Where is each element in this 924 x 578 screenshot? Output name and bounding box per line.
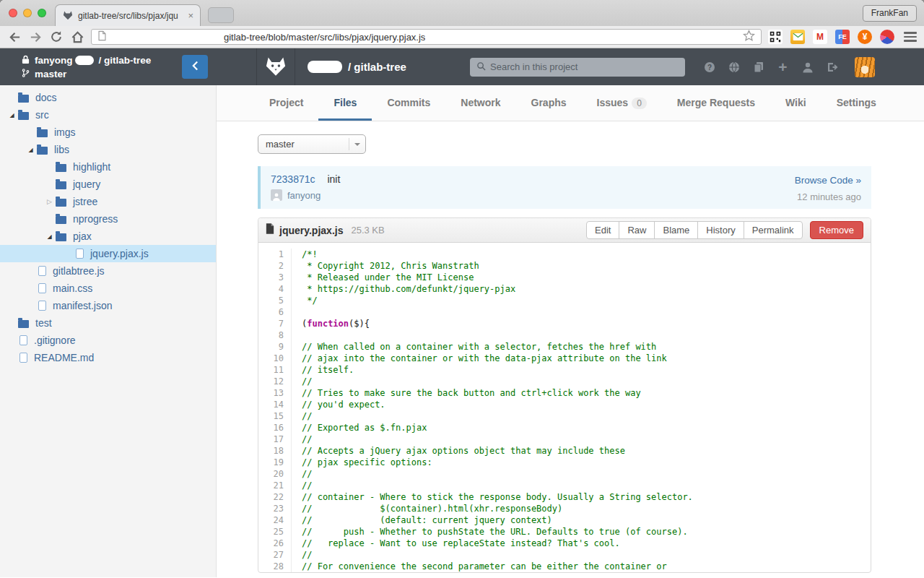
tab-wiki[interactable]: Wiki — [770, 85, 821, 121]
help-icon[interactable]: ? — [703, 61, 715, 73]
line-number[interactable]: 11 — [258, 364, 292, 376]
line-number[interactable]: 1 — [258, 249, 292, 260]
raw-button[interactable]: Raw — [619, 221, 655, 239]
mail-icon[interactable] — [790, 30, 805, 44]
profile-icon[interactable] — [801, 61, 814, 73]
branch-selector[interactable]: master — [258, 134, 366, 154]
gmail-icon[interactable]: M — [813, 30, 827, 44]
back-icon[interactable] — [7, 30, 22, 44]
tree-toggle-icon[interactable]: ◢ — [43, 233, 56, 240]
window-minimize-button[interactable] — [23, 9, 32, 17]
line-number[interactable]: 23 — [258, 503, 292, 514]
tree-item-jstree[interactable]: ▷jstree — [0, 193, 216, 210]
url-bar[interactable]: gitlab-tree/blob/master/src/libs/pjax/jq… — [91, 29, 762, 45]
tree-toggle-icon[interactable]: ◢ — [6, 112, 18, 118]
tab-close-icon[interactable]: × — [188, 10, 193, 21]
edit-button[interactable]: Edit — [586, 221, 619, 239]
tree-item-nprogress[interactable]: nprogress — [0, 210, 216, 228]
bookmark-star-icon[interactable] — [743, 30, 755, 44]
project-search[interactable] — [470, 58, 685, 77]
line-number[interactable]: 13 — [258, 387, 292, 399]
tree-item-manifest-json[interactable]: manifest.json — [0, 297, 216, 314]
tree-item-readme-md[interactable]: README.md — [0, 349, 216, 366]
home-icon[interactable] — [70, 30, 84, 44]
line-number[interactable]: 2 — [258, 260, 292, 272]
line-number[interactable]: 28 — [258, 561, 292, 572]
hui-icon[interactable]: ¥ — [858, 30, 872, 44]
line-number[interactable]: 20 — [258, 468, 292, 480]
tree-item-libs[interactable]: ◢libs — [0, 141, 216, 158]
line-number[interactable]: 24 — [258, 514, 292, 526]
forward-icon[interactable] — [28, 30, 43, 44]
line-number[interactable]: 21 — [258, 480, 292, 491]
menu-icon[interactable] — [904, 32, 917, 42]
profile-name-button[interactable]: FrankFan — [863, 5, 917, 22]
window-close-button[interactable] — [9, 9, 17, 17]
tree-item-src[interactable]: ◢src — [0, 106, 216, 124]
user-avatar[interactable] — [855, 57, 875, 77]
code-text: /*! — [292, 249, 318, 260]
tree-item-imgs[interactable]: imgs — [0, 124, 216, 141]
tree-item-jquery[interactable]: jquery — [0, 176, 216, 193]
line-number[interactable]: 6 — [258, 306, 292, 318]
copy-icon[interactable] — [752, 61, 764, 73]
tab-network[interactable]: Network — [445, 85, 515, 121]
line-number[interactable]: 25 — [258, 526, 292, 538]
browser-tab[interactable]: gitlab-tree/src/libs/pjax/jqu × — [55, 4, 201, 26]
new-tab-button[interactable] — [208, 7, 234, 23]
permalink-button[interactable]: Permalink — [744, 221, 803, 239]
window-zoom-button[interactable] — [38, 9, 46, 17]
line-number[interactable]: 16 — [258, 422, 292, 434]
globe-icon[interactable] — [728, 61, 740, 73]
line-number[interactable]: 22 — [258, 491, 292, 503]
blame-button[interactable]: Blame — [654, 221, 698, 239]
line-number[interactable]: 10 — [258, 353, 292, 364]
tree-toggle-icon[interactable]: ▷ — [43, 198, 56, 205]
sidebar-collapse-button[interactable] — [182, 55, 208, 79]
gitlab-logo[interactable] — [256, 48, 295, 85]
line-number[interactable]: 14 — [258, 399, 292, 410]
tree-item-gitlabtree-js[interactable]: gitlabtree.js — [0, 262, 216, 280]
remove-button[interactable]: Remove — [810, 221, 863, 239]
line-number[interactable]: 27 — [258, 549, 292, 561]
reload-icon[interactable] — [49, 30, 64, 44]
fe-icon[interactable]: FE — [835, 30, 850, 44]
line-number[interactable]: 17 — [258, 434, 292, 445]
pie-icon[interactable] — [880, 30, 894, 44]
line-number[interactable]: 18 — [258, 445, 292, 457]
line-number[interactable]: 12 — [258, 376, 292, 387]
tree-item-docs[interactable]: docs — [0, 89, 216, 106]
tab-settings[interactable]: Settings — [821, 85, 892, 121]
line-number[interactable]: 26 — [258, 538, 292, 549]
tab-commits[interactable]: Commits — [372, 85, 445, 121]
line-number[interactable]: 19 — [258, 457, 292, 468]
tree-toggle-icon[interactable]: ◢ — [25, 147, 37, 153]
line-number[interactable]: 9 — [258, 341, 292, 353]
tab-graphs[interactable]: Graphs — [516, 85, 582, 121]
plus-icon[interactable]: + — [777, 61, 789, 73]
tree-item-test[interactable]: test — [0, 314, 216, 332]
tree-item-highlight[interactable]: highlight — [0, 158, 216, 176]
tree-item-jquery-pjax-js[interactable]: jquery.pjax.js — [0, 245, 216, 262]
line-number[interactable]: 3 — [258, 272, 292, 283]
tab-merge-requests[interactable]: Merge Requests — [662, 85, 770, 121]
line-number[interactable]: 15 — [258, 410, 292, 422]
tab-issues[interactable]: Issues0 — [582, 85, 662, 121]
history-button[interactable]: History — [697, 221, 744, 239]
file-name: jquery.pjax.js — [279, 225, 343, 236]
browse-code-link[interactable]: Browse Code » — [795, 175, 861, 186]
commit-author: fanyong — [287, 190, 321, 201]
tree-item-main-css[interactable]: main.css — [0, 280, 216, 297]
line-number[interactable]: 5 — [258, 295, 292, 306]
tree-item--gitignore[interactable]: .gitignore — [0, 332, 216, 349]
line-number[interactable]: 4 — [258, 283, 292, 295]
commit-sha-link[interactable]: 7233871c — [271, 173, 315, 185]
tree-item-pjax[interactable]: ◢pjax — [0, 228, 216, 245]
search-input[interactable] — [490, 61, 679, 72]
signout-icon[interactable] — [826, 61, 838, 73]
line-number[interactable]: 7 — [258, 318, 292, 329]
line-number[interactable]: 8 — [258, 329, 292, 341]
tab-project[interactable]: Project — [254, 85, 318, 121]
tab-files[interactable]: Files — [318, 85, 372, 121]
qr-code-icon[interactable] — [768, 30, 783, 44]
